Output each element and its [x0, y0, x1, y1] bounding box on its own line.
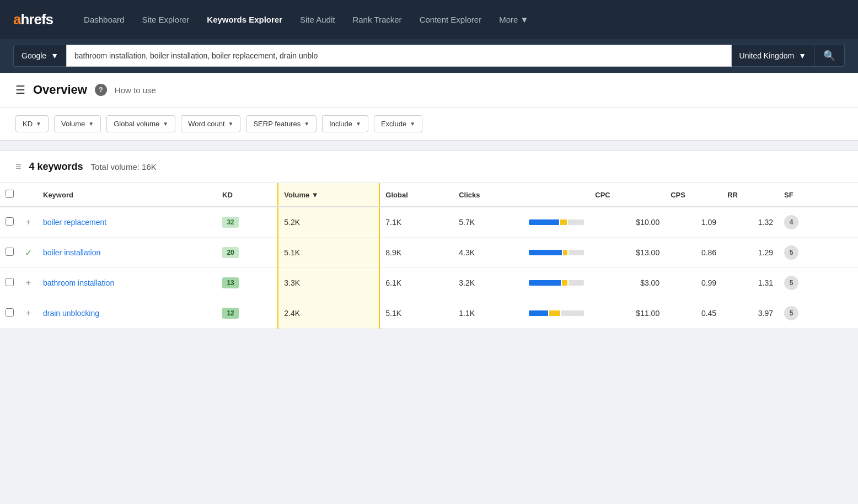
- drag-icon: ≡: [15, 161, 22, 173]
- row-action-cell-3[interactable]: +: [19, 298, 37, 329]
- how-to-use-link[interactable]: How to use: [115, 85, 156, 95]
- filter-kd[interactable]: KD ▼: [15, 115, 49, 132]
- top-navigation: ahrefs Dashboard Site Explorer Keywords …: [0, 0, 858, 39]
- keyword-link-3[interactable]: drain unblocking: [43, 309, 99, 318]
- extra-col-header: [834, 183, 858, 207]
- row-volume-cell-2: 3.3K: [278, 268, 379, 298]
- sf-badge-2: 5: [784, 276, 798, 290]
- serp-features-chevron-icon: ▼: [304, 121, 309, 127]
- clicks-col-header: Clicks: [453, 183, 523, 207]
- bar-blue-1: [529, 250, 562, 255]
- row-rr-cell-2: 1.31: [722, 268, 779, 298]
- row-action-icon-2[interactable]: +: [26, 278, 31, 287]
- nav-site-explorer[interactable]: Site Explorer: [135, 10, 196, 29]
- row-action-icon-0[interactable]: +: [26, 217, 31, 227]
- bar-gray-2: [569, 280, 584, 286]
- sf-badge-3: 5: [784, 306, 798, 320]
- search-button[interactable]: 🔍: [814, 45, 845, 67]
- cps-col-header: CPS: [665, 183, 722, 207]
- row-keyword-cell-3: drain unblocking: [37, 298, 217, 329]
- row-checkbox-3[interactable]: [6, 308, 14, 317]
- row-clicks-cell-1: 4.3K: [453, 238, 523, 268]
- row-checkbox-cell: [0, 238, 19, 268]
- table-row: + boiler replacement 32 5.2K 7.1K 5.7K $…: [0, 207, 858, 238]
- filter-bar: KD ▼ Volume ▼ Global volume ▼ Word count…: [0, 108, 858, 141]
- nav-keywords-explorer[interactable]: Keywords Explorer: [200, 10, 289, 29]
- row-rr-cell-3: 3.97: [722, 298, 779, 329]
- table-row: ✓ boiler installation 20 5.1K 8.9K 4.3K …: [0, 238, 858, 268]
- row-kd-cell-1: 20: [217, 238, 278, 268]
- row-action-icon-1[interactable]: ✓: [25, 248, 32, 258]
- row-volume-cell-1: 5.1K: [278, 238, 379, 268]
- keyword-link-1[interactable]: boiler installation: [43, 248, 100, 257]
- row-cps-cell-0: 1.09: [665, 207, 722, 238]
- row-action-cell-2[interactable]: +: [19, 268, 37, 298]
- overview-header: ☰ Overview ? How to use: [0, 73, 858, 108]
- row-clicks-bar-cell-2: [523, 268, 589, 298]
- row-sf-cell-1: 5: [779, 238, 834, 268]
- row-clicks-cell-3: 1.1K: [453, 298, 523, 329]
- row-kd-cell-2: 13: [217, 268, 278, 298]
- filter-word-count[interactable]: Word count ▼: [181, 115, 240, 132]
- row-global-cell-0: 7.1K: [379, 207, 453, 238]
- bar-blue-2: [529, 280, 561, 286]
- bar-gray-3: [561, 310, 584, 316]
- nav-more[interactable]: More ▼: [492, 10, 535, 29]
- row-checkbox-2[interactable]: [6, 278, 14, 286]
- row-cps-cell-1: 0.86: [665, 238, 722, 268]
- filter-exclude[interactable]: Exclude ▼: [374, 115, 422, 132]
- filter-serp-features[interactable]: SERP features ▼: [246, 115, 317, 132]
- country-label: United Kingdom: [739, 51, 795, 60]
- kd-chevron-icon: ▼: [36, 121, 41, 127]
- nav-links: Dashboard Site Explorer Keywords Explore…: [77, 10, 535, 29]
- clicks-bar-1: [529, 250, 584, 255]
- clicks-bar-2: [529, 280, 584, 286]
- nav-rank-tracker[interactable]: Rank Tracker: [346, 10, 408, 29]
- row-volume-cell-3: 2.4K: [278, 298, 379, 329]
- row-keyword-cell-0: boiler replacement: [37, 207, 217, 238]
- country-dropdown[interactable]: United Kingdom ▼: [732, 45, 814, 67]
- row-clicks-cell-0: 5.7K: [453, 207, 523, 238]
- bar-yellow-1: [563, 250, 567, 255]
- row-clicks-cell-2: 3.2K: [453, 268, 523, 298]
- row-sf-cell-3: 5: [779, 298, 834, 329]
- help-icon[interactable]: ?: [95, 84, 107, 96]
- row-sf-cell-0: 4: [779, 207, 834, 238]
- row-action-cell-0[interactable]: +: [19, 207, 37, 238]
- filter-global-volume[interactable]: Global volume ▼: [106, 115, 175, 132]
- filter-include[interactable]: Include ▼: [322, 115, 368, 132]
- hamburger-icon[interactable]: ☰: [15, 83, 25, 96]
- row-checkbox-1[interactable]: [6, 248, 14, 256]
- row-extra-cell-0: [834, 207, 858, 238]
- row-checkbox-cell: [0, 268, 19, 298]
- keyword-link-0[interactable]: boiler replacement: [43, 218, 106, 227]
- table-header-row: ≡ 4 keywords Total volume: 16K: [0, 151, 858, 183]
- keyword-search-input[interactable]: [66, 45, 732, 67]
- row-action-icon-3[interactable]: +: [26, 308, 31, 318]
- keyword-link-2[interactable]: bathroom installation: [43, 278, 114, 287]
- nav-site-audit[interactable]: Site Audit: [293, 10, 341, 29]
- row-kd-cell-3: 12: [217, 298, 278, 329]
- row-keyword-cell-2: bathroom installation: [37, 268, 217, 298]
- global-volume-chevron-icon: ▼: [163, 121, 168, 127]
- nav-content-explorer[interactable]: Content Explorer: [413, 10, 489, 29]
- volume-col-header[interactable]: Volume ▼: [278, 183, 379, 207]
- volume-chevron-icon: ▼: [88, 121, 94, 127]
- select-all-checkbox[interactable]: [6, 190, 14, 198]
- row-checkbox-0[interactable]: [6, 217, 14, 226]
- engine-dropdown[interactable]: Google ▼: [13, 45, 66, 67]
- engine-label: Google: [22, 51, 46, 60]
- logo[interactable]: ahrefs: [13, 11, 53, 28]
- filter-volume[interactable]: Volume ▼: [54, 115, 101, 132]
- nav-dashboard[interactable]: Dashboard: [77, 10, 131, 29]
- kd-badge-1: 20: [222, 247, 239, 258]
- sf-badge-1: 5: [784, 245, 798, 260]
- table-header: Keyword KD Volume ▼ Global Clicks CPC CP…: [0, 183, 858, 207]
- rr-col-header: RR: [722, 183, 779, 207]
- table-row: + drain unblocking 12 2.4K 5.1K 1.1K $11…: [0, 298, 858, 329]
- row-action-cell-1[interactable]: ✓: [19, 238, 37, 268]
- row-volume-cell-0: 5.2K: [278, 207, 379, 238]
- clicks-bar-0: [529, 219, 584, 225]
- kd-col-header: KD: [217, 183, 278, 207]
- include-chevron-icon: ▼: [356, 121, 361, 127]
